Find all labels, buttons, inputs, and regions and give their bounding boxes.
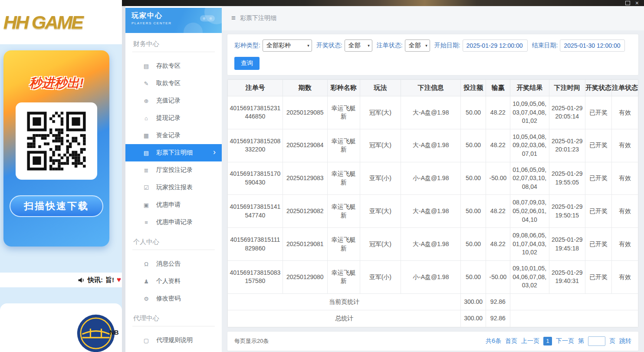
cell-period: 20250129082 — [283, 195, 327, 228]
cell-play-type: 亚军(小) — [360, 260, 401, 293]
summary-label: 总统计 — [228, 310, 461, 327]
promo-headline: 秒进秒出! — [3, 75, 109, 92]
restore-window-icon[interactable] — [625, 1, 630, 5]
sidebar-item-hall-bet-records[interactable]: ≣厅室投注记录› — [125, 161, 222, 179]
sidebar-item-change-password[interactable]: ⚙修改密码› — [125, 290, 222, 307]
cell-bet-time: 2025-01-29 20:01:23 — [549, 129, 585, 162]
lottery-detail-icon: ▤ — [143, 150, 150, 156]
sidebar-item-deposit[interactable]: ▤存款专区› — [125, 57, 222, 75]
cell-period: 20250129080 — [283, 260, 327, 293]
cell-bet-info: 大-A盘@1.98 — [401, 195, 461, 228]
draw-status-label: 开奖状态: — [316, 42, 342, 49]
start-date-input[interactable] — [463, 39, 528, 52]
marquee-label: 快讯: — [88, 276, 103, 284]
sidebar-item-cashout-records[interactable]: ⌂提现记录› — [125, 109, 222, 127]
sidebar-item-label: 消息公告 — [156, 260, 181, 268]
cell-lottery-name: 幸运飞艇新 — [327, 129, 360, 162]
cell-lottery-name: 幸运飞艇新 — [327, 228, 360, 261]
cell-win-loss: -50.00 — [486, 260, 510, 293]
total-count: 共6条 — [486, 337, 501, 345]
cell-draw-status: 已开奖 — [585, 129, 611, 162]
cell-bet-info: 大-A盘@1.98 — [401, 228, 461, 261]
chevron-down-icon: ▾ — [425, 43, 427, 48]
sidebar-item-label: 彩票下注明细 — [156, 149, 193, 157]
doc-icon: ▢ — [143, 337, 150, 344]
column-header-win-loss: 输赢 — [486, 80, 510, 96]
cell-win-loss: 48.22 — [486, 195, 510, 228]
table-body: 40156917381523144685020250129085幸运飞艇新冠军(… — [228, 96, 638, 327]
sidebar-item-profile[interactable]: ♟个人资料› — [125, 273, 222, 290]
cell-bet-amount: 50.00 — [461, 260, 486, 293]
lottery-type-value: 全部彩种 — [266, 42, 291, 49]
page-jump-input[interactable] — [588, 336, 605, 346]
cell-lottery-name: 幸运飞艇新 — [327, 195, 360, 228]
download-button[interactable]: 扫描快速下载 — [10, 195, 103, 217]
window-titlebar: × — [122, 0, 644, 6]
cell-bet-info: 小-A盘@1.98 — [401, 162, 461, 195]
sidebar-item-lottery-bet-details[interactable]: ▤彩票下注明细› — [125, 144, 222, 161]
cell-bet-status: 有效 — [611, 162, 638, 195]
cell-bet-time: 2025-01-29 19:55:05 — [549, 162, 585, 195]
sidebar-item-recharge-records[interactable]: ⊕充值记录› — [125, 92, 222, 109]
first-page-link[interactable]: 首页 — [505, 337, 517, 345]
bet-status-filter: 注单状态: 全部 ▾ — [377, 39, 430, 52]
cell-play-type: 亚军(大) — [360, 195, 401, 228]
sidebar-item-agent-rules[interactable]: ▢代理规则说明› — [125, 332, 222, 349]
jump-suffix-label: 页 — [609, 337, 615, 345]
sidebar-item-funds-records[interactable]: ▦资金记录› — [125, 127, 222, 144]
start-date-filter: 开始日期: — [434, 39, 528, 52]
summary-row: 当前页统计300.0092.86 — [228, 293, 638, 310]
column-header-bet-time: 下注时间 — [549, 80, 585, 96]
lottery-type-label: 彩种类型: — [234, 42, 260, 49]
cell-bet-id: 401569173815170590430 — [228, 162, 283, 195]
qr-panel — [16, 102, 97, 180]
site-logo-bar: HH GAME — [0, 0, 122, 44]
sidebar-item-agent-team-stats[interactable]: ⊞代理团队统计› — [125, 349, 222, 352]
team-panel: NB — [0, 303, 122, 352]
search-button[interactable]: 查询 — [234, 57, 260, 70]
sidebar-item-label: 代理规则说明 — [156, 336, 193, 344]
user-icon: ♟ — [143, 278, 150, 285]
prev-page-link[interactable]: 上一页 — [521, 337, 539, 345]
site-logo: HH GAME — [3, 12, 82, 33]
cell-play-type: 亚军(小) — [360, 162, 401, 195]
sidebar-item-label: 厅室投注记录 — [156, 166, 193, 174]
deposit-icon: ▤ — [143, 63, 150, 69]
summary-label: 当前页统计 — [228, 293, 461, 310]
cell-bet-amount: 50.00 — [461, 96, 486, 129]
current-page[interactable]: 1 — [543, 337, 552, 345]
sidebar-item-messages[interactable]: Ω消息公告› — [125, 255, 222, 273]
bet-status-select[interactable]: 全部 ▾ — [405, 39, 430, 52]
marquee-text: 旨! — [105, 276, 114, 284]
lottery-type-select[interactable]: 全部彩种 ▾ — [263, 39, 312, 52]
summary-bet-amount: 300.00 — [461, 293, 486, 310]
cell-lottery-name: 幸运飞艇新 — [327, 260, 360, 293]
filter-panel: 彩种类型: 全部彩种 ▾ 开奖状态: 全部 ▾ — [227, 34, 639, 76]
draw-status-select[interactable]: 全部 ▾ — [345, 39, 372, 52]
next-page-link[interactable]: 下一页 — [556, 337, 574, 345]
chevron-down-icon: ▾ — [307, 43, 309, 48]
chevron-down-icon: ▾ — [368, 43, 370, 48]
chevron-right-icon: › — [213, 148, 216, 157]
cell-play-type: 冠军(大) — [360, 96, 401, 129]
end-date-input[interactable] — [560, 39, 625, 52]
bets-table: 注单号期数彩种名称玩法下注信息投注额输赢开奖结果下注时间开奖状态注单状态 401… — [227, 79, 638, 327]
sidebar-item-label: 玩家投注报表 — [156, 184, 193, 191]
heart-icon: ♥ — [117, 276, 121, 284]
close-window-icon[interactable]: × — [635, 1, 639, 5]
cell-bet-time: 2025-01-29 19:50:15 — [549, 195, 585, 228]
speaker-icon — [78, 276, 85, 284]
sidebar-item-promo-apply[interactable]: ▣优惠申请› — [125, 196, 222, 214]
sidebar-item-promo-apply-records[interactable]: ≡优惠申请记录› — [125, 214, 222, 231]
cell-bet-amount: 50.00 — [461, 162, 486, 195]
jump-button[interactable]: 跳转 — [619, 337, 631, 345]
sidebar-item-player-bet-report[interactable]: ☑玩家投注报表› — [125, 179, 222, 196]
menu-toggle-icon[interactable]: ≡ — [231, 14, 236, 23]
sidebar-section-title: 代理中心 — [132, 313, 215, 326]
cell-draw-status: 已开奖 — [585, 162, 611, 195]
bet-status-value: 全部 — [409, 42, 421, 49]
sidebar: 玩家中心 PLAYERS CENTER 财务中心▤存款专区›✎取款专区›⊕充值记… — [125, 6, 222, 352]
sidebar-item-withdraw[interactable]: ✎取款专区› — [125, 75, 222, 92]
cell-bet-info: 大-A盘@1.98 — [401, 129, 461, 162]
cell-bet-status: 有效 — [611, 260, 638, 293]
